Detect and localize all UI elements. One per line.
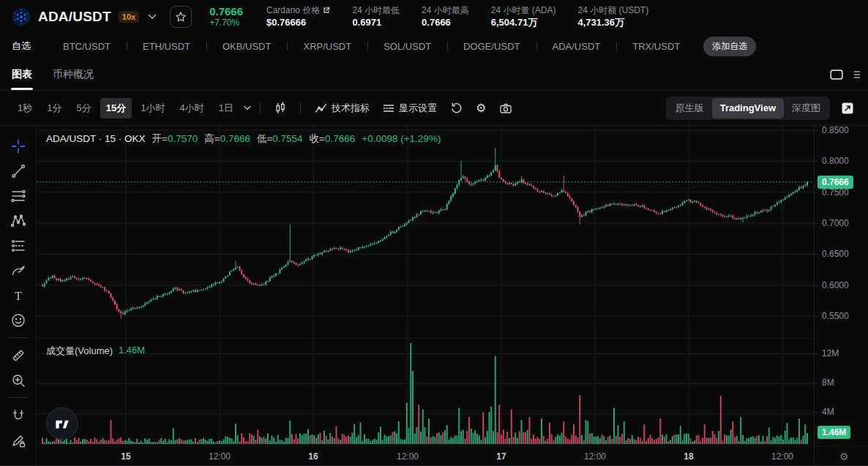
timeframe-15m[interactable]: 15分 [100, 98, 132, 119]
tab-chart[interactable]: 图表 [12, 59, 32, 90]
timeframe-4h[interactable]: 4小时 [173, 98, 209, 119]
fib-retracement-tool[interactable] [6, 184, 31, 207]
time-tick: 12:00 [771, 451, 793, 462]
expand-icon [841, 102, 854, 115]
emoji-icon [10, 312, 26, 328]
volume-tick: 12M [822, 348, 839, 358]
pair-tab-doge[interactable]: DOGE/USDT [447, 41, 536, 52]
toolbar-divider [300, 102, 301, 114]
timeframe-1d[interactable]: 1日 [213, 98, 239, 119]
pair-tab-xrp[interactable]: XRP/USDT [287, 41, 367, 52]
emoji-tool[interactable] [6, 309, 31, 331]
star-icon [175, 11, 187, 23]
last-volume-badge: 1.46M [818, 426, 850, 439]
chart-settings-button[interactable]: ⚙ [471, 99, 491, 118]
timeframe-1s[interactable]: 1秒 [12, 98, 38, 119]
toolbar-divider [9, 337, 28, 338]
price-axis[interactable]: 0.8500 0.8000 0.7500 0.7000 0.6500 0.600… [814, 126, 868, 446]
last-price-badge: 0.7666 [818, 176, 853, 189]
xabcd-pattern-icon [10, 213, 26, 229]
screenshot-button[interactable] [494, 99, 517, 118]
price-tick: 0.5500 [822, 311, 849, 321]
mode-depth[interactable]: 深度图 [784, 98, 828, 119]
tab-coin-overview[interactable]: 币种概况 [53, 59, 94, 90]
price-chart-pane[interactable]: ADA/USDT · 15 · OKX 开=0.7570 高=0.7666 低=… [37, 126, 814, 338]
xabcd-pattern-tool[interactable] [6, 209, 31, 232]
indicators-button[interactable]: 技术指标 [310, 98, 375, 119]
magnet-tool[interactable] [6, 404, 31, 426]
ada-logo-icon [12, 7, 31, 26]
trendline-tool[interactable] [6, 159, 31, 182]
fullscreen-button[interactable] [839, 99, 856, 117]
ruler-tool[interactable] [6, 344, 31, 367]
trendline-icon [10, 163, 26, 179]
svg-text:T: T [15, 289, 22, 301]
add-watchlist-button[interactable]: 添加自选 [703, 37, 756, 56]
timeframe-1h[interactable]: 1小时 [135, 98, 171, 119]
ticker-price: 0.7666 +7.70% [209, 5, 243, 28]
more-menu-icon[interactable] [853, 69, 861, 80]
header-stats: Cardano 价格 $0.76666 24 小时最低 0.6971 24 小时… [266, 4, 648, 29]
projection-icon [10, 238, 26, 254]
brush-tool[interactable] [6, 259, 31, 282]
stat-24h-high: 24 小时最高 0.7666 [422, 4, 469, 29]
external-link-icon[interactable] [323, 7, 330, 14]
trading-app: ADA/USDT 10x 0.7666 +7.70% Cardano 价格 $0… [0, 0, 868, 466]
projection-tool[interactable] [6, 234, 31, 257]
timeframe-5m[interactable]: 5分 [70, 98, 97, 119]
pairs-nav: 自选 BTC/USDT ETH/USDT OKB/USDT XRP/USDT S… [0, 34, 868, 59]
zoom-in-icon [10, 372, 26, 388]
favorite-star-button[interactable] [170, 6, 192, 28]
ohlc-legend: ADA/USDT · 15 · OKX 开=0.7570 高=0.7666 低=… [46, 132, 441, 146]
time-tick: 16 [308, 451, 318, 462]
stat-24h-volume-ada: 24 小时量 (ADA) 6,504.71万 [491, 4, 556, 29]
reset-chart-button[interactable] [445, 98, 468, 118]
chart-area: T [0, 126, 868, 466]
last-price: 0.7666 [209, 5, 243, 18]
price-tick: 0.7500 [822, 187, 849, 198]
pair-tab-sol[interactable]: SOL/USDT [367, 41, 447, 52]
time-tick: 12:00 [209, 451, 231, 462]
magnet-icon [10, 407, 26, 424]
pair-tab-trx[interactable]: TRX/USDT [616, 41, 696, 52]
watchlist-tab[interactable]: 自选 [12, 40, 31, 53]
pair-tab-btc[interactable]: BTC/USDT [47, 41, 127, 52]
axis-settings-corner: ⚙ [814, 446, 868, 466]
zoom-in-tool[interactable] [6, 369, 31, 391]
mode-tradingview[interactable]: TradingView [712, 98, 784, 119]
lock-drawings-tool[interactable] [6, 429, 31, 451]
price-tick: 0.8000 [822, 156, 849, 166]
price-tick: 0.6500 [822, 249, 849, 259]
axis-gear-icon[interactable]: ⚙ [839, 451, 849, 462]
candle-style-button[interactable] [269, 98, 291, 119]
volume-pane[interactable]: 成交量(Volume) 1.46M [37, 338, 814, 446]
pair-tab-okb[interactable]: OKB/USDT [206, 41, 287, 52]
mode-native[interactable]: 原生版 [667, 98, 712, 119]
price-tick: 0.6000 [822, 280, 849, 290]
indicators-icon [315, 102, 327, 113]
header: ADA/USDT 10x 0.7666 +7.70% Cardano 价格 $0… [0, 0, 868, 34]
restore-icon [450, 102, 463, 114]
timeframe-chevron-down-icon[interactable] [244, 105, 251, 110]
pair-chevron-down-icon[interactable] [148, 14, 157, 20]
stat-24h-turnover-usdt: 24 小时额 (USDT) 4,731.36万 [577, 4, 648, 29]
brush-icon [10, 263, 26, 279]
toolbar-divider [9, 397, 28, 398]
window-layout-icon[interactable] [830, 69, 843, 80]
price-tick: 0.8500 [822, 125, 849, 135]
pair-tab-ada[interactable]: ADA/USDT [536, 41, 617, 52]
crosshair-tool[interactable] [6, 135, 31, 157]
display-settings-icon [383, 103, 394, 113]
display-settings-button[interactable]: 显示设置 [378, 98, 442, 119]
timeframe-1m[interactable]: 1分 [41, 98, 67, 119]
text-icon: T [10, 288, 26, 304]
toolbar-divider [260, 102, 261, 114]
view-tabs: 图表 币种概况 [0, 59, 868, 91]
stat-cardano-price: Cardano 价格 $0.76666 [266, 4, 330, 29]
pair-tab-eth[interactable]: ETH/USDT [127, 41, 206, 52]
price-tick: 0.7000 [822, 218, 849, 228]
time-axis[interactable]: 15 12:00 16 12:00 17 12:00 18 12:00 [37, 446, 814, 466]
stat-24h-low: 24 小时最低 0.6971 [352, 4, 400, 29]
text-tool[interactable]: T [6, 284, 31, 307]
ruler-icon [10, 347, 26, 364]
